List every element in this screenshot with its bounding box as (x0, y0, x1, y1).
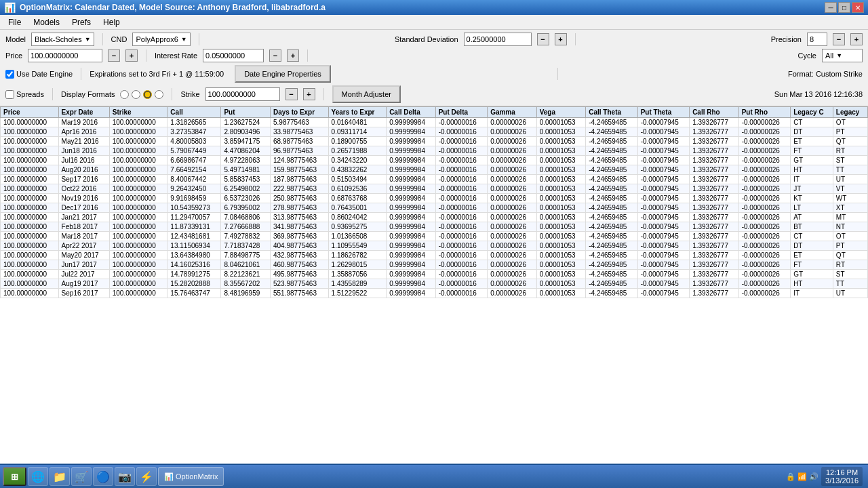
table-cell: -0.00007945 (637, 213, 689, 222)
table-cell: -0.00000016 (435, 203, 487, 213)
table-cell: 100.00000000 (1, 289, 59, 298)
dfmt-radio-1[interactable] (120, 90, 129, 99)
table-row[interactable]: 100.00000000Jan21 2017100.0000000011.294… (1, 213, 868, 222)
model-dropdown[interactable]: Black-Scholes ▼ (31, 33, 94, 46)
table-cell: 1.51229522 (328, 289, 387, 298)
table-cell: 100.00000000 (1, 241, 59, 251)
table-cell: 100.00000000 (109, 260, 167, 270)
display-formats-label: Display Formats (61, 90, 115, 98)
data-table-wrapper[interactable]: Price Expr Date Strike Call Put Days to … (0, 106, 868, 473)
table-cell: 6.66986747 (167, 156, 221, 165)
cnd-dropdown[interactable]: PolyApprox6 ▼ (132, 33, 190, 46)
table-row[interactable]: 100.00000000Jul22 2017100.0000000014.789… (1, 270, 868, 279)
precision-minus[interactable]: − (833, 33, 845, 45)
strike-input[interactable] (205, 87, 280, 101)
dfmt-radio-3[interactable] (143, 90, 152, 99)
col-call-delta: Call Delta (387, 107, 436, 118)
menu-prefs[interactable]: Prefs (66, 16, 96, 28)
table-row[interactable]: 100.00000000Jul16 2016100.000000006.6698… (1, 156, 868, 165)
sep9 (172, 88, 172, 100)
menu-help[interactable]: Help (98, 16, 125, 28)
interest-minus[interactable]: − (269, 49, 281, 62)
table-row[interactable]: 100.00000000Jun17 2017100.0000000014.160… (1, 260, 868, 270)
std-dev-input[interactable] (464, 33, 532, 46)
taskbar-icon-store[interactable]: 🛒 (71, 467, 92, 486)
table-row[interactable]: 100.00000000Mar19 2016100.000000001.3182… (1, 118, 868, 127)
std-dev-minus[interactable]: − (537, 33, 549, 45)
table-cell: MT (833, 213, 867, 222)
precision-input[interactable] (807, 33, 827, 46)
table-cell: 0.68763768 (328, 194, 387, 203)
table-cell: 187.98775463 (270, 175, 328, 184)
use-date-engine-label[interactable]: Use Date Engine (5, 70, 73, 79)
taskbar-icon-app[interactable]: ⚡ (136, 467, 157, 486)
table-row[interactable]: 100.00000000Jun18 2016100.000000005.7906… (1, 146, 868, 156)
table-cell: 0.00000026 (488, 127, 537, 137)
table-cell: 0.00001053 (536, 118, 586, 127)
minimize-button[interactable]: ─ (825, 2, 837, 13)
table-cell: 0.00000026 (488, 184, 537, 194)
table-row[interactable]: 100.00000000Sep17 2016100.000000008.4006… (1, 175, 868, 184)
close-button[interactable]: ✕ (852, 2, 864, 13)
spreads-label[interactable]: Spreads (5, 90, 44, 99)
table-row[interactable]: 100.00000000Apr16 2016100.000000003.2735… (1, 127, 868, 137)
strike-plus[interactable]: + (303, 88, 315, 100)
table-cell: -0.00000026 (738, 279, 790, 289)
interest-plus[interactable]: + (287, 49, 299, 62)
price-plus[interactable]: + (125, 49, 138, 62)
table-row[interactable]: 100.00000000Aug19 2017100.0000000015.282… (1, 279, 868, 289)
table-cell: 0.00001053 (536, 203, 586, 213)
dfmt-radio-2[interactable] (132, 90, 140, 99)
table-row[interactable]: 100.00000000Nov19 2016100.000000009.9169… (1, 194, 868, 203)
table-cell: 96.98775463 (270, 146, 328, 156)
table-row[interactable]: 100.00000000Oct22 2016100.000000009.2643… (1, 184, 868, 194)
precision-plus[interactable]: + (850, 33, 863, 45)
price-minus[interactable]: − (108, 49, 120, 62)
col-strike: Strike (109, 107, 167, 118)
table-cell: 124.98775463 (270, 156, 328, 165)
table-row[interactable]: 100.00000000Apr22 2017100.0000000013.115… (1, 241, 868, 251)
table-row[interactable]: 100.00000000Aug20 2016100.000000007.6649… (1, 165, 868, 175)
dfmt-radio-4[interactable] (155, 90, 163, 99)
use-date-engine-checkbox[interactable] (5, 70, 14, 79)
table-cell: 1.18626782 (328, 251, 387, 260)
start-button[interactable]: ⊞ (3, 467, 26, 486)
maximize-button[interactable]: □ (838, 2, 850, 13)
table-row[interactable]: 100.00000000Dec17 2016100.0000000010.543… (1, 203, 868, 213)
table-cell: 15.76463747 (167, 289, 221, 298)
table-cell: 0.99999984 (387, 194, 436, 203)
table-row[interactable]: 100.00000000Mar18 2017100.0000000012.434… (1, 232, 868, 241)
menu-file[interactable]: File (3, 16, 26, 28)
menu-models[interactable]: Models (28, 16, 65, 28)
table-cell: -0.00007945 (637, 175, 689, 184)
std-dev-plus[interactable]: + (555, 33, 567, 45)
table-cell: 0.00000026 (488, 251, 537, 260)
table-row[interactable]: 100.00000000May20 2017100.0000000013.643… (1, 251, 868, 260)
table-cell: 1.39326777 (690, 241, 739, 251)
taskbar-icon-ie[interactable]: 🌐 (28, 467, 48, 486)
table-row[interactable]: 100.00000000Feb18 2017100.0000000011.873… (1, 222, 868, 232)
taskbar-icon-folder[interactable]: 📁 (50, 467, 70, 486)
table-row[interactable]: 100.00000000May21 2016100.000000004.8000… (1, 137, 868, 146)
table-cell: -0.00007945 (637, 251, 689, 260)
table-cell: -4.24659485 (586, 175, 637, 184)
table-cell: -0.00007945 (637, 146, 689, 156)
interest-input[interactable] (203, 49, 264, 62)
strike-minus[interactable]: − (285, 88, 298, 100)
spreads-checkbox[interactable] (5, 90, 14, 99)
date-engine-props-button[interactable]: Date Engine Properties (235, 65, 331, 83)
taskbar-icon-chrome[interactable]: 🔵 (93, 467, 113, 486)
table-cell: 100.00000000 (1, 222, 59, 232)
price-input[interactable] (28, 49, 102, 62)
taskbar-app-optionmatrix[interactable]: 📊 OptionMatrix (158, 467, 224, 486)
table-cell: -4.24659485 (586, 184, 637, 194)
cycle-dropdown[interactable]: All ▼ (822, 49, 863, 62)
table-cell: Jul16 2016 (58, 156, 109, 165)
price-label: Price (5, 52, 22, 60)
table-row[interactable]: 100.00000000Sep16 2017100.0000000015.764… (1, 289, 868, 298)
taskbar-icon-camera[interactable]: 📷 (115, 467, 135, 486)
table-cell: 1.39326777 (690, 194, 739, 203)
table-cell: 0.00000026 (488, 270, 537, 279)
table-cell: -4.24659485 (586, 232, 637, 241)
month-adjuster-button[interactable]: Month Adjuster (332, 85, 401, 103)
